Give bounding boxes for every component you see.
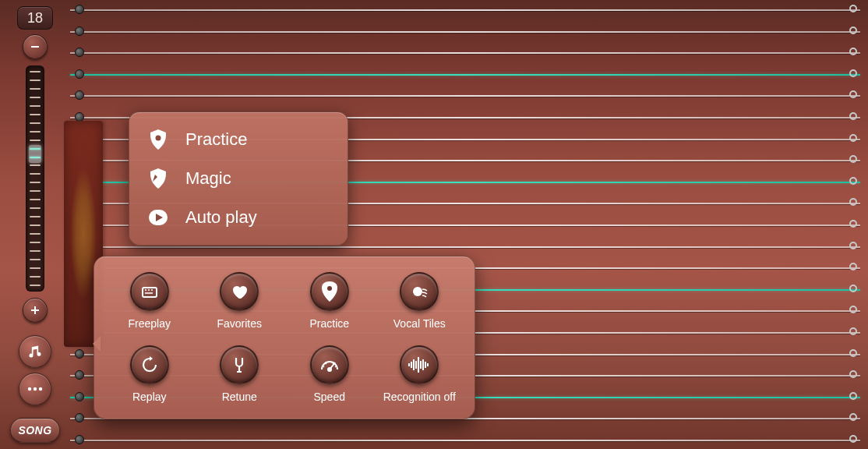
menu-item-practice[interactable]: Practice [129,120,348,159]
slider-tick [30,80,41,81]
string[interactable] [70,95,860,97]
toolbar-favorites[interactable]: Favorites [217,272,262,330]
slider-tick [30,182,41,183]
slider-tick [30,285,41,286]
string-tail [849,413,857,421]
string-slider[interactable] [26,65,44,292]
slider-tick [30,88,41,90]
toolbar-freeplay[interactable]: Freeplay [129,272,171,330]
string[interactable] [70,246,860,248]
string[interactable] [70,31,860,33]
toolbar-item-label: Freeplay [129,317,171,330]
svg-point-5 [39,387,42,391]
string-peg [75,90,84,100]
string-tail [849,349,857,357]
svg-point-10 [413,287,422,296]
string-peg [75,370,84,380]
string-tail [849,285,857,292]
string-tail [849,327,857,335]
string-tail [849,198,857,206]
slider-tick [30,164,41,166]
string[interactable] [70,52,860,54]
waveform-icon [400,345,439,384]
string-tail [849,112,857,120]
menu-item-label: Magic [185,168,231,189]
string-tail [849,155,857,163]
mode-menu: Practice Magic Auto play [129,111,348,246]
string-tail [849,263,857,270]
slider-tick [30,114,41,115]
string-tail [849,306,857,313]
pick-icon [310,272,349,311]
music-button[interactable] [19,335,51,368]
toolbar-replay[interactable]: Replay [130,345,169,403]
string-count-badge: 18 [17,6,53,30]
toolbar-item-label: Vocal Tiles [393,317,446,330]
string-tail [849,48,857,55]
toolbar-recognition-off[interactable]: Recognition off [383,345,456,403]
string-tail [849,435,857,443]
string-peg [75,69,84,79]
toolbar-practice[interactable]: Practice [309,272,349,330]
plus-button[interactable] [23,298,48,323]
svg-rect-17 [420,361,422,369]
svg-rect-12 [408,363,410,366]
toolbar-item-label: Retune [222,391,257,403]
slider-tick [30,207,41,209]
svg-rect-16 [418,357,419,373]
slider-tick [30,259,41,260]
slider-tick [30,233,41,235]
slider-tick [30,267,41,269]
minus-button[interactable] [23,34,48,59]
string-tail [849,69,857,77]
menu-item-magic[interactable]: Magic [129,159,348,198]
vocal-icon [400,272,439,311]
svg-rect-20 [427,363,429,366]
string-tail [849,242,857,249]
slider-tick [30,131,41,133]
left-rail: 18 SONG [8,6,62,443]
slider-tick [30,242,41,243]
string-tail [849,5,857,12]
slider-tick [30,250,41,252]
menu-item-autoplay[interactable]: Auto play [129,198,348,237]
string-tail [849,370,857,378]
slider-tick [30,71,41,72]
replay-icon [130,345,169,384]
string-tail [849,177,857,185]
toolbar-speed[interactable]: Speed [310,345,349,403]
string[interactable] [70,440,860,441]
slider-thumb[interactable] [29,145,41,163]
slider-tick [30,140,41,141]
string[interactable] [70,9,860,11]
gauge-icon [310,345,349,384]
slider-tick [30,224,41,226]
string-tail [849,392,857,400]
svg-rect-8 [143,288,157,297]
svg-rect-18 [422,359,424,370]
toolbar-vocal-tiles[interactable]: Vocal Tiles [393,272,446,330]
toolbar-grid: FreeplayFavoritesPracticeVocal TilesRepl… [108,272,460,403]
string[interactable] [70,74,860,76]
svg-rect-15 [415,361,417,369]
shield-mic-icon [148,129,168,150]
string-peg [75,392,84,401]
svg-point-3 [28,387,31,391]
string-tail [849,220,857,228]
toolbar-retune[interactable]: Retune [220,345,259,403]
slider-tick [30,190,41,192]
play-icon [148,207,168,228]
toolbar-popup: FreeplayFavoritesPracticeVocal TilesRepl… [94,256,475,419]
svg-rect-14 [413,359,415,370]
keyboard-icon [130,272,169,311]
slider-tick [30,173,41,175]
string-tail [849,27,857,34]
menu-item-label: Practice [185,129,247,150]
string-peg [75,48,84,57]
toolbar-item-label: Speed [314,391,345,403]
string-peg [75,435,84,444]
more-button[interactable] [19,373,51,405]
tuningfork-icon [220,345,259,384]
song-button[interactable]: SONG [10,418,60,443]
svg-point-9 [327,286,332,291]
